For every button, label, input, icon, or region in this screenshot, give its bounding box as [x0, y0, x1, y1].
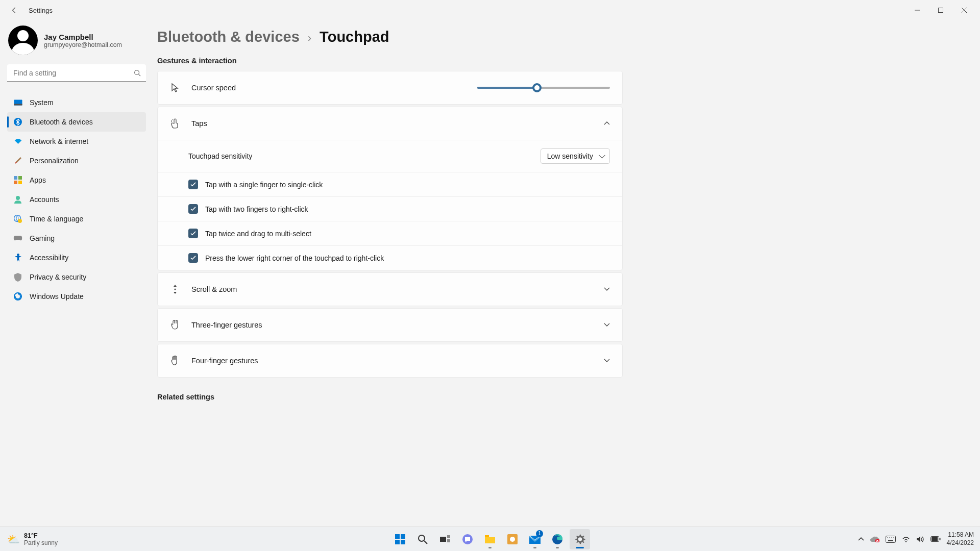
wifi-tray-icon[interactable] [902, 536, 910, 542]
tap-option-multi-select[interactable]: Tap twice and drag to multi-select [158, 221, 622, 245]
svg-rect-1 [939, 8, 943, 13]
tray-expand-button[interactable] [858, 537, 864, 541]
sidebar-item-label: Bluetooth & devices [30, 118, 93, 126]
sidebar-item-accounts[interactable]: Accounts [7, 190, 146, 209]
sidebar-item-network[interactable]: Network & internet [7, 132, 146, 151]
onedrive-icon[interactable] [870, 536, 879, 542]
sidebar-item-system[interactable]: System [7, 93, 146, 112]
taskbar: ⛅ 81°F Partly sunny 1 [0, 527, 980, 551]
svg-point-38 [889, 537, 890, 538]
checkbox-checked-icon[interactable] [188, 229, 198, 238]
start-button[interactable] [390, 529, 410, 549]
task-view-button[interactable] [435, 529, 455, 549]
time-label: 11:58 AM [947, 531, 974, 539]
sidebar-item-update[interactable]: Windows Update [7, 287, 146, 306]
chevron-down-icon [604, 323, 610, 327]
svg-line-24 [424, 541, 427, 544]
clock[interactable]: 11:58 AM 4/24/2022 [947, 531, 974, 547]
svg-point-23 [419, 535, 425, 541]
search-box [7, 64, 146, 82]
sidebar-item-label: Apps [30, 176, 46, 184]
minimize-button[interactable] [905, 0, 929, 20]
tap-option-right-click[interactable]: Tap with two fingers to right-click [158, 196, 622, 221]
breadcrumb-parent[interactable]: Bluetooth & devices [157, 29, 300, 45]
battery-icon[interactable] [930, 536, 941, 542]
cursor-icon [170, 83, 180, 92]
file-explorer-button[interactable] [480, 529, 500, 549]
weather-condition: Partly sunny [24, 539, 58, 546]
sidebar-item-apps[interactable]: Apps [7, 170, 146, 190]
back-button[interactable] [4, 0, 24, 20]
sidebar-item-gaming[interactable]: Gaming [7, 229, 146, 248]
edge-button[interactable] [547, 529, 568, 549]
scroll-zoom-header[interactable]: Scroll & zoom [158, 273, 622, 306]
person-icon [13, 195, 22, 204]
checkbox-checked-icon[interactable] [188, 180, 198, 189]
maximize-button[interactable] [929, 0, 952, 20]
hand-icon [170, 320, 180, 330]
svg-rect-11 [14, 181, 17, 184]
sidebar-item-personalization[interactable]: Personalization [7, 151, 146, 170]
tap-option-label: Tap with two fingers to right-click [205, 205, 308, 213]
display-icon [13, 98, 22, 107]
sidebar-item-label: Accessibility [30, 254, 68, 262]
four-finger-label: Four-finger gestures [191, 357, 258, 365]
date-label: 4/24/2022 [947, 539, 974, 547]
tap-option-label: Tap with a single finger to single-click [205, 181, 323, 189]
cursor-speed-slider[interactable] [477, 87, 610, 89]
wifi-icon [13, 137, 22, 146]
svg-point-18 [175, 289, 176, 290]
cursor-speed-row: Cursor speed [158, 71, 622, 104]
cursor-speed-label: Cursor speed [191, 84, 236, 92]
card-four-finger: Four-finger gestures [157, 344, 623, 378]
search-button[interactable] [412, 529, 433, 549]
window-controls [905, 0, 976, 20]
close-button[interactable] [952, 0, 976, 20]
sidebar-item-time[interactable]: Time & language [7, 209, 146, 229]
mail-badge: 1 [536, 530, 543, 537]
volume-icon[interactable] [916, 536, 924, 543]
scroll-icon [170, 284, 180, 294]
tap-icon [170, 118, 180, 129]
chevron-down-icon [604, 359, 610, 363]
sidebar-item-privacy[interactable]: Privacy & security [7, 267, 146, 287]
mail-button[interactable]: 1 [525, 529, 545, 549]
sidebar-item-label: Windows Update [30, 292, 84, 300]
three-finger-header[interactable]: Three-finger gestures [158, 309, 622, 341]
tap-option-single-click[interactable]: Tap with a single finger to single-click [158, 172, 622, 196]
weather-widget[interactable]: ⛅ 81°F Partly sunny [0, 532, 58, 546]
sensitivity-label: Touchpad sensitivity [188, 152, 252, 160]
four-finger-header[interactable]: Four-finger gestures [158, 344, 622, 377]
checkbox-checked-icon[interactable] [188, 204, 198, 214]
search-input[interactable] [7, 64, 146, 82]
update-icon [13, 292, 22, 301]
user-profile[interactable]: Jay Campbell grumpyeyore@hotmail.com [7, 26, 146, 55]
taps-header[interactable]: Taps [158, 107, 622, 140]
user-name: Jay Campbell [44, 33, 122, 41]
main-content: Bluetooth & devices › Touchpad Gestures … [153, 20, 643, 527]
checkbox-checked-icon[interactable] [188, 253, 198, 263]
svg-rect-7 [14, 104, 22, 105]
app-button[interactable] [502, 529, 523, 549]
chat-button[interactable] [457, 529, 478, 549]
tap-option-corner-right-click[interactable]: Press the lower right corner of the touc… [158, 245, 622, 270]
svg-rect-21 [395, 540, 400, 544]
sensitivity-dropdown[interactable]: Low sensitivity [541, 148, 610, 164]
chevron-up-icon [604, 121, 610, 126]
sidebar-item-accessibility[interactable]: Accessibility [7, 248, 146, 267]
paintbrush-icon [13, 156, 22, 165]
keyboard-icon[interactable] [886, 536, 896, 543]
sidebar-item-label: Gaming [30, 234, 55, 242]
apps-icon [13, 176, 22, 185]
titlebar: Settings [0, 0, 980, 20]
tap-option-label: Tap twice and drag to multi-select [205, 230, 311, 238]
chevron-right-icon: › [308, 32, 311, 45]
svg-point-13 [16, 196, 20, 200]
svg-rect-12 [18, 181, 22, 184]
sidebar-item-bluetooth[interactable]: Bluetooth & devices [7, 112, 146, 132]
system-tray: 11:58 AM 4/24/2022 [858, 531, 980, 547]
svg-point-37 [887, 537, 888, 538]
section-related: Related settings [157, 393, 623, 401]
page-title: Touchpad [320, 29, 389, 45]
settings-button[interactable] [570, 529, 590, 549]
